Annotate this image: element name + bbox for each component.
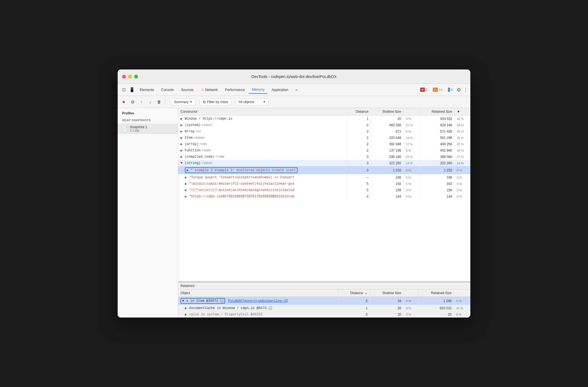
shallow-cell: 463 280 <box>371 122 404 128</box>
constructor-table-container[interactable]: Constructor Distance Shallow Size Retain… <box>178 108 470 281</box>
upload-icon[interactable]: ↑ <box>137 98 145 106</box>
tab-performance[interactable]: Performance <box>222 86 248 93</box>
tab-elements[interactable]: Elements <box>136 86 157 93</box>
expand-arrow-icon[interactable]: ▶ <box>180 136 183 139</box>
tab-console[interactable]: Console <box>158 86 177 93</box>
tab-memory[interactable]: Memory <box>249 86 268 94</box>
tab-right-controls: ✕ 1 ⚠ 14 ! 4 ⚙ ⋮ <box>419 87 468 93</box>
expand-arrow-icon[interactable]: ▶ <box>182 300 185 302</box>
sidebar-title: Profiles <box>118 108 178 117</box>
link-text[interactable]: PoLdb0X?anon=true&view=live:43 <box>228 299 288 303</box>
record-icon[interactable]: ● <box>120 98 128 106</box>
retained-cell: 933 532 <box>418 305 454 311</box>
expand-arrow-icon[interactable]: ▶ <box>185 176 187 179</box>
expand-arrow-icon[interactable]: ▶ <box>185 307 187 310</box>
retained-cell: 20 <box>418 311 454 318</box>
distance-cell: 2 <box>347 135 371 141</box>
table-row[interactable]: ▶ Array ×42 3 672 0 % 571 436 25 % <box>178 128 470 135</box>
collect-icon[interactable]: 🗑 <box>155 98 163 106</box>
shallow-pct-cell: 17 % <box>403 141 419 147</box>
expand-arrow-icon[interactable]: ▶ <box>180 162 183 164</box>
tab-more[interactable]: » <box>292 86 301 93</box>
expand-arrow-icon[interactable]: ▶ <box>180 149 183 152</box>
shallow-cell: 1 232 <box>371 166 404 174</box>
settings-icon[interactable]: ⚙ <box>457 87 461 93</box>
error-badge[interactable]: ✕ 1 <box>419 87 429 92</box>
window-icon2: □ <box>269 306 272 310</box>
table-row[interactable]: ▶ x in Item @38071 □ PoLdb0X?anon=true&v… <box>178 297 470 305</box>
table-row[interactable]: ▶ documentCache in Window / cdpn.io @647… <box>178 305 470 311</box>
title-bar: DevTools - codepen.io/web-dot-dev/live/P… <box>118 69 470 84</box>
table-row[interactable]: ▶ (compiled code) ×7386 3 336 180 15 % 3… <box>178 154 470 160</box>
minimize-button[interactable] <box>128 75 132 79</box>
warn-badge[interactable]: ⚠ 14 <box>431 87 444 92</box>
constructor-cell: ▶ Item ×20003 <box>178 135 347 141</box>
expand-arrow-icon[interactable]: ▶ <box>180 117 183 120</box>
table-row[interactable]: ▶ Item ×20003 2 320 048 14 % 561 296 25 … <box>178 135 470 141</box>
all-objects-dropdown[interactable]: All objects ▼ <box>236 99 269 105</box>
clear-icon[interactable]: ⊘ <box>129 98 136 106</box>
expand-arrow-icon[interactable]: ▶ <box>185 182 187 185</box>
table-row[interactable]: ▶ Function ×4689 2 137 196 6 % 401 940 1… <box>178 147 470 154</box>
retained-cell: 1 248 <box>418 297 454 305</box>
expand-arrow-icon[interactable]: ▶ <box>180 155 183 158</box>
toolbar-divider <box>165 99 165 105</box>
expand-arrow-icon[interactable]: ▶ <box>187 169 189 172</box>
distance-cell: 5 <box>347 187 371 193</box>
retained-pct-cell: 25 % <box>454 135 470 141</box>
sidebar-section-label: HEAP SNAPSHOTS <box>118 117 178 123</box>
table-row[interactable]: ▶ (string) ×16542 3 322 260 14 % 322 260… <box>178 160 470 166</box>
more-options-icon[interactable]: ⋮ <box>463 87 468 93</box>
constructor-cell: ▶ "^(?!on|src|(?:action|archive|backgrou… <box>178 187 347 193</box>
table-row[interactable]: ▶ "\b(calc|cubic-bezier|fit-content|hsl|… <box>178 181 470 187</box>
retainers-table-body: ▶ x in Item @38071 □ PoLdb0X?anon=true&v… <box>178 297 470 318</box>
retained-pct-cell: 0 % <box>454 193 470 200</box>
maximize-button[interactable] <box>134 75 138 79</box>
download-icon[interactable]: ↓ <box>146 98 154 106</box>
info-badge[interactable]: ! 4 <box>446 87 454 92</box>
device-icon[interactable]: 📱 <box>128 86 136 94</box>
constructor-cell: ▶ "Torque assert 'Convert<uintptr>(endIn… <box>178 174 347 181</box>
expand-arrow-icon[interactable]: ▶ <box>180 143 183 146</box>
tab-sources[interactable]: Sources <box>178 86 197 93</box>
table-row[interactable]: ▶ value in system / PropertyCell @40163 … <box>178 311 470 318</box>
snapshot-icon: 📄 <box>122 126 128 131</box>
retained-cell: 388 580 <box>420 154 455 160</box>
expand-arrow-icon[interactable]: ▶ <box>185 189 187 192</box>
retained-sort-header[interactable]: ▼ <box>454 108 470 115</box>
resize-handle-icon[interactable]: ⋮ <box>465 284 468 287</box>
table-row[interactable]: ▶ " example 3 example 3: scattered objec… <box>178 166 470 174</box>
tab-network[interactable]: ⚠ Network <box>198 86 221 93</box>
table-row[interactable]: ▶ (array) ×255 2 391 948 17 % 493 256 22… <box>178 141 470 147</box>
summary-dropdown[interactable]: Summary ▼ <box>171 99 195 105</box>
table-row[interactable]: ▶ (system) ×13817 2 463 280 21 % 620 148… <box>178 122 470 128</box>
expand-arrow-icon[interactable]: ▶ <box>185 195 187 198</box>
retained-cell: 571 436 <box>420 128 455 135</box>
shallow-pct-cell: 0 % <box>404 311 418 318</box>
table-row[interactable]: ▶ Window / https://cdpn.io 1 20 0 % 933 … <box>178 115 470 122</box>
tab-application[interactable]: Application <box>268 86 292 93</box>
inspector-icon[interactable]: ⊡ <box>120 86 128 94</box>
object-header: Object <box>178 289 338 297</box>
constructor-table-body: ▶ Window / https://cdpn.io 1 20 0 % 933 … <box>178 115 470 200</box>
expand-arrow-icon[interactable]: ▶ <box>180 130 183 133</box>
snapshot-item[interactable]: 📄 Snapshot 1 2.2 MB <box>118 123 178 134</box>
table-row[interactable]: ▶ "^(?!on|src|(?:action|archive|backgrou… <box>178 187 470 193</box>
filter-by-class-button[interactable]: ⊟ Filter by class <box>200 98 231 105</box>
table-row[interactable]: ▶ "Torque assert 'Convert<uintptr>(endIn… <box>178 174 470 181</box>
shallow-pct-cell: 0 % <box>403 174 419 181</box>
table-row[interactable]: ▶ "https://cdpn.io2AC766158D5B7507E17015… <box>178 193 470 200</box>
retainers-label: Retainers <box>180 284 195 288</box>
error-icon: ✕ <box>420 88 425 92</box>
expand-arrow-icon[interactable]: ▶ <box>185 313 187 316</box>
expand-arrow-icon[interactable]: ▶ <box>180 123 183 127</box>
distance-cell: 1 <box>347 115 371 122</box>
retained-cell: 933 532 <box>420 115 455 122</box>
close-button[interactable] <box>122 75 126 79</box>
network-warn-icon: ⚠ <box>201 88 204 92</box>
distance-cell: 2 <box>347 122 371 128</box>
shallow-cell: 322 260 <box>371 160 404 166</box>
retainers-table-container[interactable]: Object Distance ▲ Shallow Size Retained … <box>178 289 470 318</box>
distance-sort-header[interactable]: Distance ▲ <box>338 289 370 297</box>
shallow-pct-cell: 0 % <box>403 128 419 135</box>
